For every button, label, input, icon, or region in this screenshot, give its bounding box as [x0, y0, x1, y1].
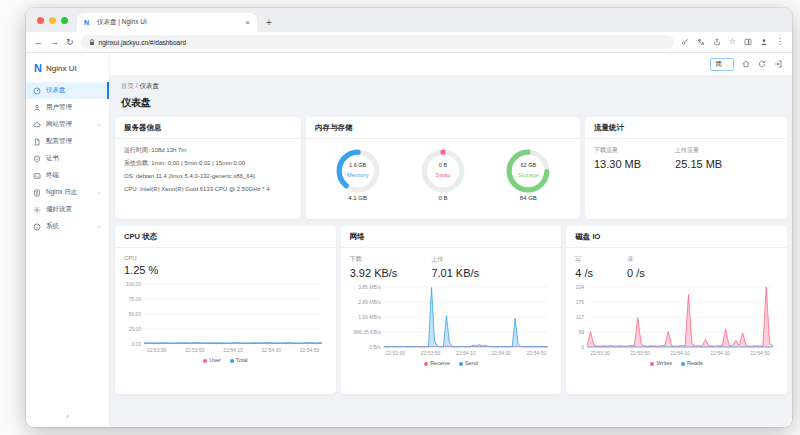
- sidebar-item-preferences[interactable]: 偏好设置: [26, 201, 109, 218]
- logo-n-icon: N: [34, 62, 42, 74]
- log-icon: [33, 189, 41, 197]
- stat-value: 3.92 KB/s: [350, 267, 398, 279]
- nginx-ui-app: N Nginx UI 仪表盘 用户管理 网站管理: [26, 53, 792, 427]
- translate-icon[interactable]: [697, 38, 705, 46]
- share-icon[interactable]: [713, 38, 721, 46]
- app-header: 简 ⌄: [110, 53, 792, 75]
- star-icon[interactable]: ☆: [729, 38, 736, 46]
- browser-tab[interactable]: N 仪表盘 | Nginx UI ×: [77, 13, 257, 32]
- upload-traffic-stat: 上传流量 25.15 MB: [675, 146, 722, 170]
- language-value: 简: [715, 60, 722, 69]
- legend-item[interactable]: Total: [230, 357, 248, 363]
- language-select[interactable]: 简 ⌄: [710, 58, 734, 71]
- card-title: 服务器信息: [115, 117, 301, 139]
- svg-text:75.00: 75.00: [129, 296, 142, 302]
- tab-close-icon[interactable]: ×: [245, 18, 250, 27]
- svg-text:22:54:10: 22:54:10: [671, 350, 691, 356]
- stat-value: 7.01 KB/s: [431, 267, 479, 279]
- load-line: 系统负载: 1min: 0.00 | 5min:0.02 | 15min:0.0…: [124, 157, 292, 170]
- gauge-total: 4.1 GB: [326, 195, 390, 201]
- sidebar-item-system[interactable]: 系统: [26, 218, 109, 235]
- terminal-icon: [33, 172, 41, 180]
- svg-text:22:53:50: 22:53:50: [185, 347, 205, 353]
- svg-text:2.89 MB/s: 2.89 MB/s: [358, 299, 381, 305]
- chevron-down-icon: ⌄: [725, 61, 729, 67]
- minimize-window-button[interactable]: [49, 17, 56, 24]
- svg-text:0: 0: [582, 344, 585, 350]
- gauge-name: Swap: [420, 172, 466, 178]
- sidebar-item-nginx-log[interactable]: Nginx 日志: [26, 184, 109, 201]
- sidebar-item-label: Nginx 日志: [46, 188, 91, 197]
- browser-tabbar: N 仪表盘 | Nginx UI × +: [26, 8, 792, 32]
- lock-icon: [89, 39, 95, 46]
- profile-icon[interactable]: [760, 38, 768, 46]
- card-title: 流量统计: [585, 117, 787, 139]
- forward-icon[interactable]: →: [50, 38, 59, 47]
- sidebar-item-certificates[interactable]: 证书: [26, 150, 109, 167]
- main-area: 简 ⌄ 首页 /: [110, 53, 792, 427]
- logout-icon[interactable]: [774, 60, 782, 68]
- svg-text:117: 117: [576, 314, 584, 320]
- refresh-icon[interactable]: [758, 60, 766, 68]
- stat-label: 下载: [350, 255, 398, 264]
- svg-text:22:53:50: 22:53:50: [631, 350, 651, 356]
- legend-item[interactable]: Writes: [650, 360, 671, 366]
- zoom-window-button[interactable]: [61, 17, 68, 24]
- stat-value: 13.30 MB: [594, 158, 641, 170]
- svg-text:22:53:30: 22:53:30: [147, 347, 167, 353]
- network-upload-stat: 上传 7.01 KB/s: [431, 255, 479, 279]
- legend-item[interactable]: Reads: [681, 360, 703, 366]
- sidebar-collapse-icon[interactable]: ‹: [26, 412, 109, 421]
- side-panel-icon[interactable]: [744, 38, 752, 46]
- summary-row: 服务器信息 运行时间: 108d 13h 7m 系统负载: 1min: 0.00…: [115, 117, 787, 219]
- url-text: nginxui.jackyu.cn/#/dashboard: [99, 39, 186, 46]
- storage-gauge: 62 GB Storage 84 GB: [496, 148, 560, 201]
- sidebar-item-label: 网站管理: [46, 120, 91, 129]
- svg-text:0 B/s: 0 B/s: [369, 344, 381, 350]
- svg-text:3.85 MB/s: 3.85 MB/s: [358, 284, 381, 290]
- memory-gauge: 1.6 GB Memory 4.1 GB: [326, 148, 390, 201]
- svg-text:100.00: 100.00: [126, 281, 142, 287]
- sidebar-item-terminal[interactable]: 终端: [26, 167, 109, 184]
- key-icon[interactable]: [681, 38, 689, 46]
- legend-item[interactable]: User: [203, 357, 221, 363]
- breadcrumb: 首页 / 仪表盘: [121, 82, 781, 91]
- menu-icon[interactable]: ⋮: [776, 38, 784, 46]
- card-title: 磁盘 IO: [566, 226, 787, 248]
- sidebar: N Nginx UI 仪表盘 用户管理 网站管理: [26, 53, 110, 427]
- sidebar-item-config[interactable]: 配置管理: [26, 133, 109, 150]
- gauge-value: 62 GB: [505, 162, 551, 168]
- card-title: CPU 状态: [115, 226, 336, 248]
- network-chart: 3.85 MB/s2.89 MB/s1.93 MB/s986.35 KB/s0 …: [350, 283, 553, 357]
- stat-label: 上传: [431, 255, 479, 264]
- legend-dot-icon: [424, 362, 428, 366]
- legend-item[interactable]: Send: [459, 360, 478, 366]
- close-window-button[interactable]: [37, 17, 44, 24]
- logo-text: Nginx UI: [46, 64, 77, 73]
- card-title: 内存与存储: [306, 117, 580, 139]
- favicon: N: [84, 19, 92, 27]
- chevron-down-icon: [96, 190, 102, 196]
- memory-storage-card: 内存与存储 1.6: [306, 117, 580, 219]
- home-icon[interactable]: [742, 60, 750, 68]
- legend-item[interactable]: Receive: [424, 360, 450, 366]
- cloud-icon: [33, 121, 41, 129]
- sidebar-item-users[interactable]: 用户管理: [26, 99, 109, 116]
- breadcrumb-home[interactable]: 首页: [121, 82, 134, 89]
- svg-text:234: 234: [576, 284, 585, 290]
- chevron-down-icon: [96, 122, 102, 128]
- svg-text:22:54:10: 22:54:10: [223, 347, 243, 353]
- stat-label: 上传流量: [675, 146, 722, 155]
- disk-chart: 23417611759022:53:3022:53:5022:54:1022:5…: [575, 283, 778, 357]
- disk-io-card: 磁盘 IO 写 4 /s 读 0 /s: [566, 226, 787, 394]
- sidebar-item-dashboard[interactable]: 仪表盘: [26, 82, 109, 99]
- app-logo[interactable]: N Nginx UI: [26, 53, 109, 82]
- new-tab-button[interactable]: +: [257, 17, 281, 32]
- svg-text:50.00: 50.00: [129, 311, 142, 317]
- sidebar-item-sites[interactable]: 网站管理: [26, 116, 109, 133]
- traffic-card: 流量统计 下载流量 13.30 MB 上传流量 25.15 M: [585, 117, 787, 219]
- window-controls[interactable]: [26, 17, 77, 32]
- reload-icon[interactable]: ↻: [66, 38, 74, 47]
- address-bar[interactable]: nginxui.jackyu.cn/#/dashboard: [81, 35, 674, 49]
- back-icon[interactable]: ←: [34, 38, 43, 47]
